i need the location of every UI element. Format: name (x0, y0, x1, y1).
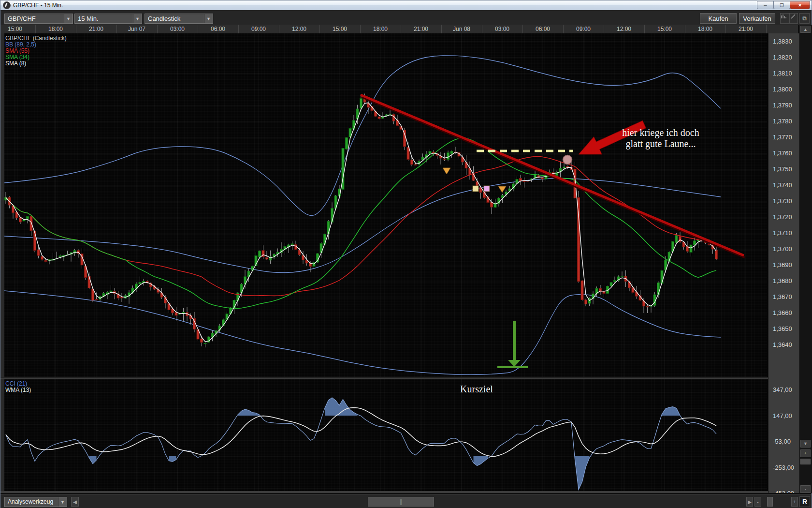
time-axis-label: 18:00 (48, 26, 63, 32)
time-axis-label: 09:00 (576, 26, 591, 32)
price-axis-label: 1,3790 (773, 102, 792, 109)
time-axis-separator (441, 25, 442, 33)
time-axis-label: 21:00 (739, 26, 753, 32)
candle (429, 151, 431, 154)
candle (715, 250, 718, 259)
time-axis-label: 21:00 (414, 26, 428, 32)
candle (291, 244, 293, 245)
chevron-down-icon: ▼ (133, 14, 142, 23)
vertical-scrollbar[interactable]: ▲ ▼ + - (799, 25, 812, 493)
price-axis-label: 1,3650 (773, 325, 792, 332)
candle (610, 283, 612, 286)
candle (34, 231, 36, 251)
candle (139, 283, 141, 284)
chart-canvas[interactable]: GBP/CHF (Candlestick) BB (89, 2,5)SMA (5… (0, 33, 768, 493)
chevron-down-icon: ▼ (58, 497, 67, 507)
trader-note: hier kriege ich doch glatt gute Laune... (610, 127, 711, 149)
candle (603, 291, 605, 294)
cascade-windows-button[interactable]: ⧉ (799, 13, 810, 24)
candle (23, 220, 25, 221)
chart-type-select-value: Candlestick (145, 14, 204, 23)
signal-square-marker (484, 186, 490, 192)
draw-tool-icon-button[interactable] (790, 13, 798, 24)
candle (581, 281, 583, 299)
time-axis-label: 09:00 (251, 26, 266, 32)
window-title: GBP/CHF - 15 Min. (13, 2, 63, 9)
candle (30, 216, 32, 231)
price-axis-label: 1,3660 (773, 309, 792, 316)
time-axis-label: 06:00 (211, 26, 225, 32)
time-axis-label: 12:00 (292, 26, 306, 32)
candle (657, 283, 660, 295)
candle (675, 235, 678, 242)
sell-button[interactable]: Verkaufen (739, 13, 775, 24)
time-axis-label: 18:00 (373, 26, 388, 32)
candle (201, 339, 203, 342)
candle (19, 218, 22, 222)
price-axis-label: 1,3830 (773, 38, 792, 45)
price-axis-label: 1,3810 (773, 70, 792, 77)
hzoom-in-button[interactable]: + (791, 497, 798, 507)
scroll-left-button[interactable]: ◀ (71, 497, 79, 507)
market-depth-icon-button[interactable] (780, 13, 790, 24)
chart-type-select[interactable]: Candlestick ▼ (145, 14, 213, 24)
time-axis[interactable]: 15:0018:0021:00Jun 0703:0006:0009:0012:0… (0, 25, 798, 34)
instrument-select[interactable]: GBP/CHF ▼ (4, 14, 73, 24)
candle (614, 281, 616, 282)
reset-scale-button[interactable]: R (799, 496, 810, 507)
bottom-bar: Analysewerkzeug ▼ ◀ ║ ▶ - + R (0, 494, 812, 508)
hzoom-out-button[interactable]: - (754, 497, 761, 507)
time-axis-separator (766, 25, 767, 33)
interval-select[interactable]: 15 Min. ▼ (74, 14, 142, 24)
candle (450, 151, 453, 154)
chevron-down-icon: ▼ (204, 14, 213, 23)
candle (346, 138, 348, 149)
candle (690, 245, 692, 252)
analysis-tool-select[interactable]: Analysewerkzeug ▼ (4, 497, 67, 507)
price-axis-label: 1,3720 (773, 213, 792, 221)
price-axis-label: 1,3730 (773, 197, 792, 205)
time-axis-separator (685, 25, 685, 33)
hscale-thumb[interactable] (767, 497, 773, 507)
vertical-scroll-thumb[interactable] (800, 459, 811, 464)
cci-axis-label: 347,00 (773, 386, 792, 393)
time-axis-separator (238, 25, 239, 33)
price-axis-label: 1,3690 (773, 261, 792, 269)
candle (411, 160, 413, 164)
interval-select-value: 15 Min. (75, 14, 133, 23)
time-axis-separator (725, 25, 726, 33)
time-axis-separator (279, 25, 279, 33)
price-axis[interactable]: 1,38301,38201,38101,38001,37901,37801,37… (768, 33, 799, 493)
minimize-button[interactable]: ─ (757, 1, 774, 9)
time-axis-separator (401, 25, 401, 33)
zoom-out-button[interactable]: - (800, 485, 811, 493)
candle (360, 99, 362, 108)
candle (59, 256, 61, 257)
pencil-icon (790, 14, 796, 19)
time-axis-label: 18:00 (698, 26, 712, 32)
scroll-down-button[interactable]: ▼ (800, 440, 811, 448)
restore-button[interactable]: ❐ (773, 1, 790, 9)
application-window: GBP/CHF - 15 Min. ─ ❐ ✕ GBP/CHF ▼ 15 Min… (0, 0, 812, 508)
close-button[interactable]: ✕ (790, 1, 810, 9)
buy-button[interactable]: Kaufen (700, 13, 737, 24)
trader-note-line1: hier kriege ich doch (610, 127, 711, 138)
signal-square-marker (473, 186, 478, 192)
candle (110, 291, 112, 292)
arrow-right-icon: ▶ (748, 499, 752, 505)
scroll-right-button[interactable]: ▶ (746, 497, 753, 507)
time-axis-separator (157, 25, 158, 33)
candle (563, 167, 566, 168)
zoom-in-button[interactable]: + (800, 449, 811, 457)
arrow-left-icon: ◀ (73, 499, 77, 505)
time-axis-label: 03:00 (495, 26, 509, 32)
price-axis-label: 1,3770 (773, 134, 792, 141)
price-axis-label: 1,3680 (773, 277, 792, 284)
price-axis-label: 1,3670 (773, 293, 792, 300)
title-bar[interactable]: GBP/CHF - 15 Min. ─ ❐ ✕ (0, 0, 812, 11)
candle (41, 256, 44, 259)
candle (585, 300, 587, 304)
price-axis-label: 1,3740 (773, 181, 792, 189)
horizontal-scroll-thumb[interactable]: ║ (368, 497, 434, 507)
scroll-up-button[interactable]: ▲ (800, 26, 811, 33)
